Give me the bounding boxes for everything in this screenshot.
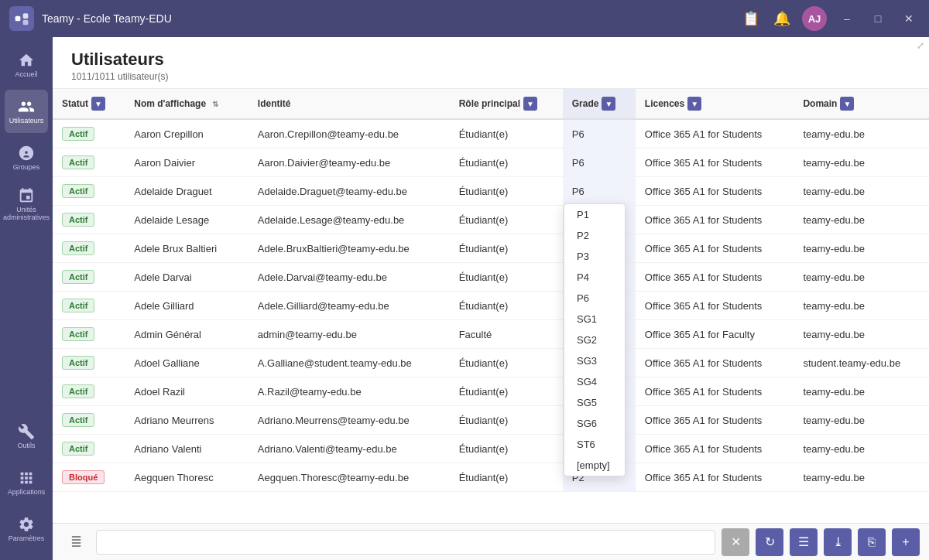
svg-rect-1 [23, 13, 29, 19]
table-row[interactable]: Actif Adoel Razil A.Razil@teamy-edu.be É… [53, 377, 929, 406]
avatar[interactable]: AJ [802, 6, 827, 31]
dropdown-option[interactable]: P6 [564, 288, 625, 309]
cell-identite: Adele.Darvai@teamy-edu.be [249, 263, 450, 292]
sidebar-item-groupes[interactable]: Groupes [5, 136, 48, 179]
filter-statut-btn[interactable]: ▼ [91, 97, 105, 111]
table-row[interactable]: Bloqué Aegquen Thoresc Aegquen.Thoresc@t… [53, 463, 929, 492]
cell-licences: Office 365 A1 for Students [636, 463, 794, 492]
table-row[interactable]: Actif Adoel Galliane A.Galliane@student.… [53, 349, 929, 377]
table-body: Actif Aaron Crepillon Aaron.Crepillon@te… [53, 119, 929, 492]
sidebar-item-parametres[interactable]: Paramètres [5, 507, 48, 551]
refresh-btn[interactable]: ↻ [756, 528, 783, 556]
sidebar-label-utilisateurs: Utilisateurs [9, 118, 44, 125]
table-row[interactable]: Actif Adriano Meurrens Adriano.Meurrens@… [53, 406, 929, 435]
cell-nom: Adelaide Lesage [125, 206, 249, 234]
close-button[interactable]: ✕ [898, 8, 920, 29]
col-domain: Domain ▼ [794, 89, 929, 119]
cell-domain: teamy-edu.be [794, 406, 929, 435]
table-row[interactable]: Actif Adelaide Draguet Adelaide.Draguet@… [53, 177, 929, 206]
sidebar: Accueil Utilisateurs Groupes Unités admi… [0, 37, 53, 560]
minimize-button[interactable]: – [836, 8, 858, 29]
cell-nom: Adele Brux Baltieri [125, 234, 249, 263]
cell-licences: Office 365 A1 for Students [636, 177, 794, 206]
status-badge: Bloqué [62, 470, 105, 484]
cell-identite: A.Razil@teamy-edu.be [249, 377, 450, 406]
dropdown-option[interactable]: P4 [564, 267, 625, 288]
table-row[interactable]: Actif Aaron Daivier Aaron.Daivier@teamy-… [53, 149, 929, 177]
bell-icon[interactable]: 🔔 [771, 8, 793, 29]
dropdown-option[interactable]: P1 [564, 204, 625, 225]
table-row[interactable]: Actif Adele Gilliard Adele.Gilliard@team… [53, 292, 929, 320]
dropdown-option[interactable]: SG6 [564, 413, 625, 434]
download-btn[interactable]: ⤓ [824, 528, 852, 556]
dropdown-option[interactable]: SG1 [564, 309, 625, 330]
filter-grade-btn[interactable]: ▼ [602, 97, 615, 111]
col-role: Rôle principal ▼ [450, 89, 563, 119]
cell-domain: teamy-edu.be [794, 435, 929, 463]
maximize-button[interactable]: □ [867, 8, 889, 29]
sidebar-label-accueil: Accueil [15, 71, 37, 79]
cell-domain: teamy-edu.be [794, 377, 929, 406]
cell-role: Étudiant(e) [450, 149, 563, 177]
dropdown-option[interactable]: SG5 [564, 392, 625, 413]
sidebar-item-utilisateurs[interactable]: Utilisateurs [5, 90, 48, 133]
cell-identite: Aaron.Daivier@teamy-edu.be [249, 149, 450, 177]
col-statut: Statut ▼ [53, 89, 125, 119]
app-logo [9, 6, 34, 31]
dropdown-option[interactable]: SG4 [564, 371, 625, 392]
cell-licences: Office 365 A1 for Students [636, 149, 794, 177]
table-row[interactable]: Actif Admin Général admin@teamy-edu.be F… [53, 320, 929, 349]
cell-domain: teamy-edu.be [794, 320, 929, 349]
table-row[interactable]: Actif Adelaide Lesage Adelaide.Lesage@te… [53, 206, 929, 234]
table-row[interactable]: Actif Aaron Crepillon Aaron.Crepillon@te… [53, 119, 929, 149]
filter-domain-btn[interactable]: ▼ [840, 97, 854, 111]
filter-icon-btn[interactable]: ≣ [62, 528, 90, 556]
sidebar-item-applications[interactable]: Applications [5, 461, 48, 504]
clear-search-btn[interactable]: ✕ [722, 528, 749, 556]
cell-statut: Actif [53, 177, 125, 206]
cell-licences: Office 365 A1 for Students [636, 263, 794, 292]
cell-grade: P6 [563, 177, 636, 206]
grade-dropdown: P1P2P3P4P6SG1SG2SG3SG4SG5SG6ST6[empty] [564, 203, 626, 476]
filter-role-btn[interactable]: ▼ [523, 97, 537, 111]
cell-licences: Office 365 A1 for Students [636, 377, 794, 406]
copy-btn[interactable]: ⎘ [858, 528, 886, 556]
cell-statut: Actif [53, 206, 125, 234]
add-btn[interactable]: + [892, 528, 920, 556]
sidebar-item-accueil[interactable]: Accueil [5, 43, 48, 87]
search-input[interactable] [96, 530, 715, 555]
dropdown-option[interactable]: SG2 [564, 330, 625, 350]
title-bar: Teamy - Ecole Teamy-EDU 📋 🔔 AJ – □ ✕ [0, 0, 929, 37]
cell-domain: teamy-edu.be [794, 177, 929, 206]
cell-role: Étudiant(e) [450, 292, 563, 320]
sort-nom-btn[interactable]: ⇅ [209, 97, 221, 110]
cell-licences: Office 365 A1 for Students [636, 119, 794, 149]
clipboard-icon[interactable]: 📋 [740, 8, 762, 29]
sidebar-item-unites[interactable]: Unités administratives [5, 183, 48, 226]
table-header-row: Statut ▼ Nom d'affichage ⇅ [53, 89, 929, 119]
cell-statut: Actif [53, 377, 125, 406]
cell-identite: A.Galliane@student.teamy-edu.be [249, 349, 450, 377]
cell-domain: teamy-edu.be [794, 463, 929, 492]
sidebar-item-outils[interactable]: Outils [5, 415, 48, 458]
table-row[interactable]: Actif Adele Brux Baltieri Adele.BruxBalt… [53, 234, 929, 263]
cell-role: Étudiant(e) [450, 206, 563, 234]
dropdown-option[interactable]: ST6 [564, 434, 625, 455]
table-container[interactable]: Statut ▼ Nom d'affichage ⇅ [53, 89, 929, 523]
status-badge: Actif [62, 213, 94, 227]
cell-statut: Actif [53, 349, 125, 377]
dropdown-option[interactable]: SG3 [564, 350, 625, 371]
cell-statut: Actif [53, 406, 125, 435]
cell-nom: Adelaide Draguet [125, 177, 249, 206]
table-row[interactable]: Actif Adele Darvai Adele.Darvai@teamy-ed… [53, 263, 929, 292]
filter-licences-btn[interactable]: ▼ [687, 97, 701, 111]
dropdown-option[interactable]: P3 [564, 246, 625, 267]
table-row[interactable]: Actif Adriano Valenti Adriano.Valenti@te… [53, 435, 929, 463]
cell-licences: Office 365 A1 for Students [636, 406, 794, 435]
cell-statut: Bloqué [53, 463, 125, 492]
list-view-btn[interactable]: ☰ [790, 528, 818, 556]
title-bar-actions: 📋 🔔 AJ – □ ✕ [740, 6, 920, 31]
dropdown-option[interactable]: P2 [564, 225, 625, 246]
dropdown-option[interactable]: [empty] [564, 455, 625, 476]
resize-hint[interactable]: ⤢ [917, 40, 924, 51]
